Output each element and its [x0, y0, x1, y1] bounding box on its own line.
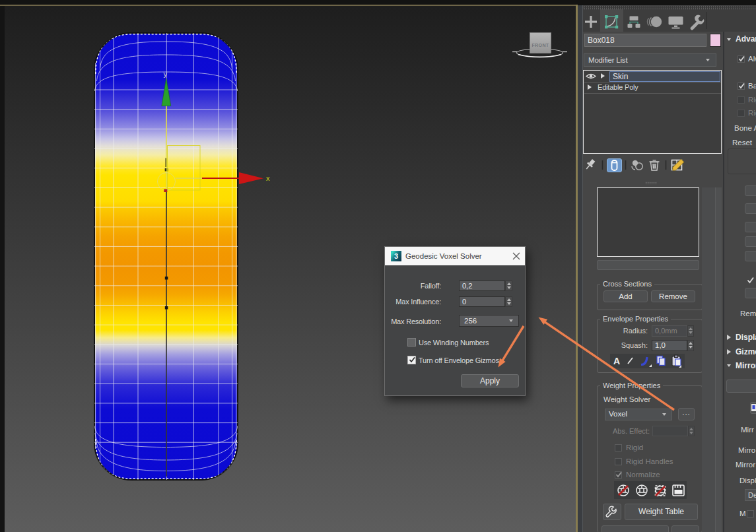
svg-text:x: x — [266, 174, 270, 182]
svg-text:A: A — [613, 356, 620, 366]
svg-text:y: y — [164, 70, 168, 78]
